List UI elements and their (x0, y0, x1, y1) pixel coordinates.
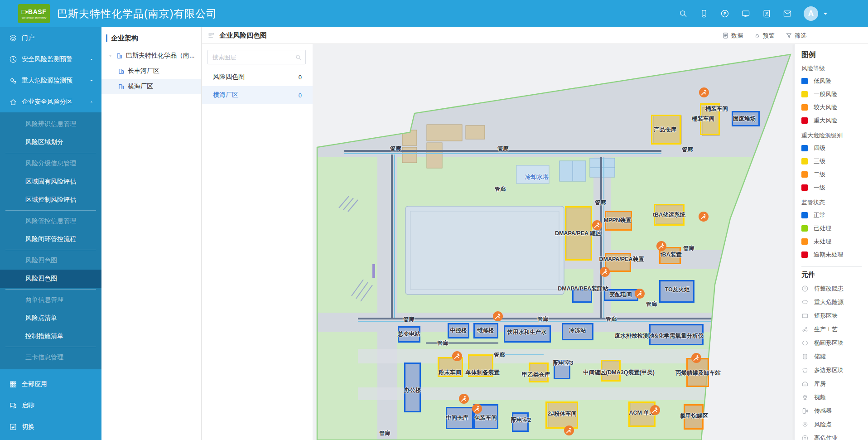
hazard-marker-icon[interactable] (699, 212, 709, 222)
element-item-label: 视频 (814, 393, 826, 401)
legend-item-较大风险: 较大风险 (801, 101, 868, 114)
high-risk-icon (801, 435, 809, 440)
map-label: 管廊 (390, 145, 401, 153)
contacts-icon[interactable] (762, 9, 771, 18)
legend-item-label: 低风险 (814, 77, 831, 85)
parking-icon[interactable]: P (720, 9, 729, 18)
submenu-item-风险四色图: 风险四色图 (0, 251, 101, 270)
sidebar-item-启聊[interactable]: 启聊 (0, 395, 101, 416)
sidebar-item-安全风险监测预警[interactable]: 安全风险监测预警 (0, 48, 101, 70)
monitor-icon[interactable] (741, 9, 750, 18)
tree-node-label: 长丰河厂区 (128, 67, 159, 75)
doc-icon (722, 32, 729, 39)
hazard-marker-icon[interactable] (656, 241, 666, 251)
element-item-矩形区块: 矩形区块 (801, 309, 868, 323)
user-menu[interactable]: A (804, 6, 830, 21)
search-input[interactable] (212, 54, 295, 61)
hazard-marker-icon[interactable] (592, 220, 602, 230)
element-item-label: 重大危险源 (814, 298, 844, 306)
sidebar-item-门户[interactable]: 门户 (0, 27, 101, 48)
element-item-label: 生产工艺 (814, 325, 838, 334)
hazard-marker-icon[interactable] (459, 394, 469, 404)
map-label: 管廊 (379, 430, 390, 437)
submenu-item-控制措施清单[interactable]: 控制措施清单 (0, 327, 101, 345)
sidebar-item-重大危险源监测预[interactable]: 重大危险源监测预 (0, 70, 101, 91)
bell-icon (754, 32, 761, 39)
submenu-item-区域固有风险评估[interactable]: 区域固有风险评估 (0, 173, 101, 191)
legend-item-正常: 正常 (801, 208, 868, 222)
poly-icon (801, 367, 809, 374)
legend-sections: 风险等级低风险一般风险较大风险重大风险重大危险源级别四级三级二级一级监管状态正常… (801, 64, 868, 261)
hazard-marker-icon[interactable] (493, 311, 503, 321)
hazard-marker-icon[interactable] (452, 351, 462, 361)
hazard-marker-icon[interactable] (635, 289, 645, 299)
submenu-item-区域控制风险评估[interactable]: 区域控制风险评估 (0, 191, 101, 209)
process-icon (801, 326, 809, 333)
legend-item-label: 一级 (814, 184, 825, 192)
legend-item-label: 较大风险 (814, 103, 837, 111)
legend-item-二级: 二级 (801, 168, 868, 181)
element-item-label: 矩形区块 (814, 312, 838, 320)
map-label: 办公楼 (404, 387, 421, 394)
map-label: DMAPA/PEA装卸站 (558, 285, 608, 293)
risk-map[interactable]: 产品仓库桶装车间桶装车间固废堆场冷却水塔MPPN装置tBA储运系统DMAPA/P… (313, 44, 794, 440)
elements-title: 元件 (801, 271, 868, 279)
submenu-divider (5, 250, 96, 250)
sidebar-item-label: 启聊 (22, 401, 34, 410)
submenu-item-风险分级信息管理: 风险分级信息管理 (0, 155, 101, 173)
hazard-marker-icon[interactable] (472, 404, 482, 414)
sidebar-item-label: 全部应用 (22, 380, 47, 388)
submenu-item-风险闭环管控流程[interactable]: 风险闭环管控流程 (0, 230, 101, 248)
search-icon (295, 54, 302, 61)
toolbar-action-预警[interactable]: 预警 (754, 32, 775, 40)
toolbar-action-筛选[interactable]: 筛选 (786, 32, 806, 40)
map-label: 固废堆场 (733, 115, 756, 123)
legend-item-逾期未处理: 逾期未处理 (801, 248, 868, 261)
sidebar-item-全部应用[interactable]: 全部应用 (0, 373, 101, 395)
map-label: 中间罐区(DMA3Q装置(甲类) (583, 369, 655, 377)
element-item-库房: 库房 (801, 377, 868, 391)
ellipse-icon (801, 339, 809, 347)
legend-section-title: 重大危险源级别 (801, 131, 868, 140)
map-label: 产品仓库 (654, 126, 676, 134)
map-label: tBA装置 (660, 251, 681, 259)
layer-item-横海厂区[interactable]: 横海厂区0 (202, 86, 313, 104)
phone-icon[interactable] (699, 9, 709, 18)
layer-search-box (207, 50, 306, 64)
switch-icon (9, 423, 17, 431)
submenu-item-风险区域划分[interactable]: 风险区域划分 (0, 133, 101, 151)
top-bar: □•BASF We create chemistry 巴斯夫特性化学品(南京)有… (0, 0, 868, 27)
toolbar-action-数据[interactable]: 数据 (722, 32, 743, 40)
portal-icon (9, 34, 17, 42)
legend-swatch (801, 251, 808, 258)
element-item-待整改隐患: 待整改隐患 (801, 282, 868, 295)
submenu-item-风险四色图[interactable]: 风险四色图 (0, 270, 101, 288)
toolbar-action-label: 筛选 (795, 32, 806, 40)
tree-node-巴斯夫特性化学品（南...[interactable]: 巴斯夫特性化学品（南... (101, 48, 201, 63)
legend-item-低风险: 低风险 (801, 74, 868, 87)
map-label: 粉末车间 (439, 369, 461, 377)
submenu-item-风险点清单[interactable]: 风险点清单 (0, 309, 101, 327)
risk-point-icon (801, 421, 809, 428)
legend-item-label: 四级 (814, 144, 825, 152)
hazard-marker-icon[interactable] (650, 405, 660, 415)
layer-item-count: 0 (299, 74, 302, 81)
element-item-label: 多边形区块 (814, 366, 844, 374)
mail-icon[interactable] (783, 9, 792, 18)
map-label: 2#粉体车间 (548, 410, 577, 418)
sidebar-item-企业安全风险分区[interactable]: 企业安全风险分区 (0, 91, 101, 112)
layer-item-风险四色图[interactable]: 风险四色图0 (202, 68, 313, 86)
hazard-marker-icon[interactable] (564, 425, 574, 435)
hazard-marker-icon[interactable] (600, 267, 610, 277)
layer-list: 风险四色图0横海厂区0 (202, 68, 313, 104)
tree-node-长丰河厂区[interactable]: 长丰河厂区 (101, 63, 201, 79)
avatar[interactable]: A (804, 6, 818, 21)
tree-node-横海厂区[interactable]: 横海厂区 (101, 79, 201, 94)
map-label: 单体制备装置 (466, 369, 500, 377)
search-icon[interactable] (679, 9, 688, 18)
hazard-marker-icon[interactable] (699, 87, 709, 97)
element-item-生产工艺: 生产工艺 (801, 323, 868, 336)
sidebar-item-label: 安全风险监测预警 (22, 55, 72, 63)
hazard-marker-icon[interactable] (691, 353, 701, 363)
sidebar-item-切换[interactable]: 切换 (0, 416, 101, 437)
